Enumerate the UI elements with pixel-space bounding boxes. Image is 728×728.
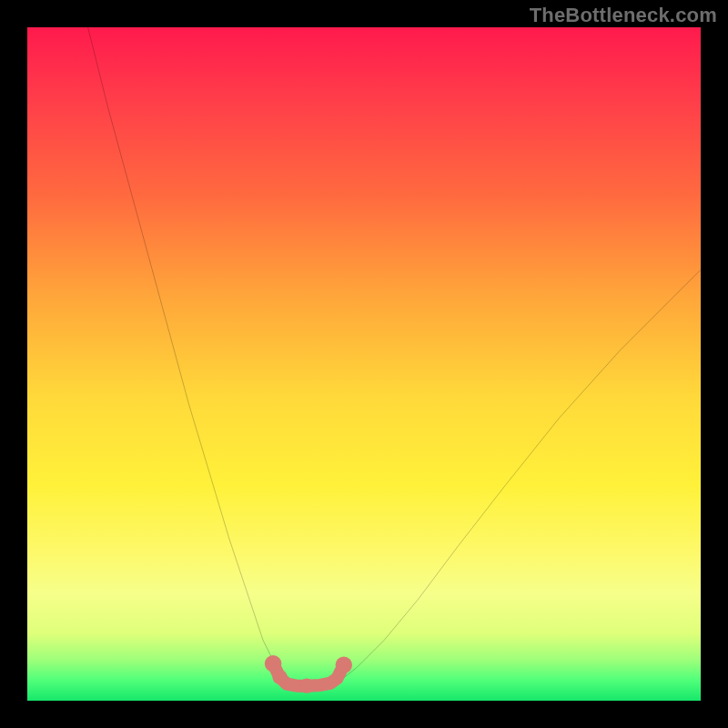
- curve-left: [88, 27, 287, 681]
- chart-svg: [27, 27, 701, 701]
- valley-end-dot: [265, 655, 282, 672]
- curve-right: [340, 269, 701, 680]
- valley-dots-group: [265, 655, 352, 693]
- valley-end-dot: [336, 657, 353, 674]
- curve-group: [88, 27, 701, 681]
- valley-dot: [299, 679, 314, 693]
- plot-area: [27, 27, 701, 701]
- valley-dot: [272, 670, 287, 684]
- chart-frame: TheBottleneck.com: [0, 0, 728, 728]
- watermark-text: TheBottleneck.com: [530, 4, 717, 27]
